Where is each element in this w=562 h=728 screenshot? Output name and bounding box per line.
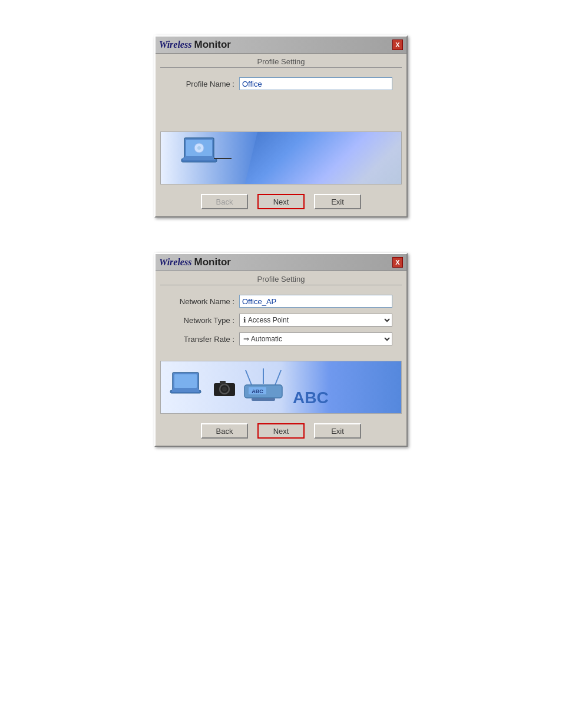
buttons-row-1: Back Next Exit [156, 190, 406, 216]
back-button-1[interactable]: Back [201, 194, 248, 209]
image-panel-1 [160, 131, 402, 185]
title-italic-1: Wireless [159, 39, 191, 50]
svg-rect-7 [174, 374, 197, 388]
network-name-label: Network Name : [170, 297, 234, 306]
window-content-2: Profile Setting Network Name : Network T… [156, 271, 406, 446]
transfer-rate-row: Transfer Rate : ⇒ Automatic [170, 332, 392, 345]
transfer-rate-select[interactable]: ⇒ Automatic [239, 332, 392, 345]
profile-name-row: Profile Name : [170, 77, 392, 90]
section-header-1: Profile Setting [160, 54, 402, 68]
title-text-2: Wireless Monitor [159, 256, 231, 268]
form-area-2: Network Name : Network Type : ℹ Access P… [156, 285, 406, 356]
laptop-icon-2 [168, 370, 209, 407]
exit-button-2[interactable]: Exit [314, 423, 361, 439]
exit-button-1[interactable]: Exit [314, 194, 361, 209]
image-panel-2: ABC ABC [160, 361, 402, 414]
connection-line [214, 158, 232, 159]
network-type-row: Network Type : ℹ Access Point [170, 314, 392, 327]
camera-icon [213, 378, 236, 399]
window-content-1: Profile Setting Profile Name : [156, 54, 406, 216]
svg-line-14 [246, 370, 252, 385]
form-area-1: Profile Name : [156, 68, 406, 127]
svg-rect-5 [183, 157, 215, 160]
buttons-row-2: Back Next Exit [156, 420, 406, 446]
svg-rect-9 [172, 389, 199, 392]
section-header-2: Profile Setting [160, 271, 402, 285]
abc-big-text: ABC [293, 388, 329, 407]
next-button-1[interactable]: Next [257, 194, 305, 209]
network-type-select[interactable]: ℹ Access Point [239, 314, 392, 327]
next-button-2[interactable]: Next [257, 423, 305, 439]
svg-text:ABC: ABC [252, 388, 263, 394]
title-bar-2: Wireless Monitor X [156, 254, 406, 271]
window-1: Wireless Monitor X Profile Setting Profi… [154, 35, 408, 218]
transfer-rate-label: Transfer Rate : [170, 335, 234, 344]
svg-point-12 [222, 387, 227, 391]
svg-rect-23 [252, 398, 275, 401]
title-bar-1: Wireless Monitor X [156, 37, 406, 54]
close-button-1[interactable]: X [392, 39, 403, 50]
title-text-1: Wireless Monitor [159, 39, 231, 51]
title-bold-2: Monitor [194, 256, 231, 268]
network-name-row: Network Name : [170, 295, 392, 308]
profile-name-input[interactable] [239, 77, 392, 90]
panel2-content: ABC ABC [161, 363, 401, 412]
network-type-label: Network Type : [170, 316, 234, 325]
laptop-icon-1 [178, 135, 226, 178]
router-icon: ABC [240, 367, 287, 407]
blue-banner [245, 132, 401, 184]
back-button-2[interactable]: Back [201, 423, 248, 439]
profile-name-label: Profile Name : [170, 80, 234, 88]
title-bold-1: Monitor [194, 39, 231, 51]
title-italic-2: Wireless [159, 257, 191, 268]
window-2: Wireless Monitor X Profile Setting Netwo… [154, 253, 408, 447]
svg-rect-13 [220, 381, 226, 384]
close-button-2[interactable]: X [392, 257, 403, 268]
network-name-input[interactable] [239, 295, 392, 308]
svg-line-16 [275, 370, 281, 385]
svg-point-3 [197, 146, 201, 150]
